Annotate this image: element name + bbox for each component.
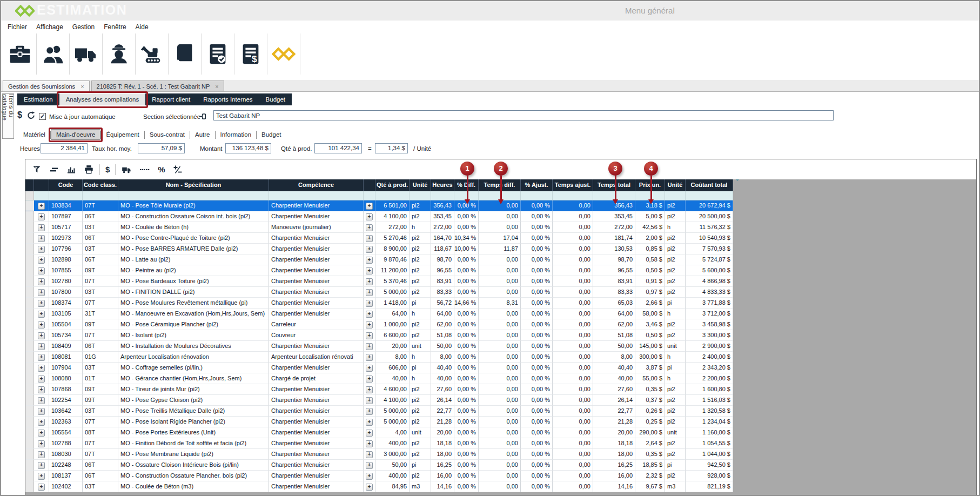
printer-icon[interactable]: [84, 164, 94, 175]
table-cell[interactable]: 0,00 %: [521, 298, 553, 309]
close-icon[interactable]: ×: [80, 83, 84, 90]
table-cell[interactable]: 03T: [83, 222, 118, 233]
table-cell[interactable]: 14,66 %: [454, 298, 479, 309]
table-cell[interactable]: 18,00: [593, 449, 635, 460]
table-cell[interactable]: pi: [410, 298, 431, 309]
submission-check-icon[interactable]: [202, 33, 234, 75]
table-row[interactable]: +10225409TMO - Pose Gypse Cloison (pi2)C…: [25, 395, 733, 406]
table-cell[interactable]: m3: [665, 481, 686, 492]
table-cell[interactable]: 0,00: [553, 200, 593, 211]
table-cell[interactable]: 58,00 $: [635, 309, 665, 319]
table-cell[interactable]: 107868: [49, 384, 83, 395]
table-cell[interactable]: +: [364, 298, 375, 309]
table-cell[interactable]: 400,00: [375, 438, 410, 449]
table-cell[interactable]: 0,00 %: [454, 417, 479, 427]
table-cell[interactable]: 0,00 %: [454, 363, 479, 373]
table-cell[interactable]: 0,00: [479, 341, 521, 352]
table-cell[interactable]: 0,00 %: [521, 363, 553, 373]
expand-row-button[interactable]: +: [38, 246, 45, 253]
table-cell[interactable]: Charpentier Menuisier: [269, 244, 364, 254]
table-cell[interactable]: pi2: [410, 211, 431, 222]
tab-mat-riel[interactable]: Matériel: [18, 129, 50, 140]
table-cell[interactable]: 0,00: [553, 417, 593, 427]
filter-cell[interactable]: [686, 191, 733, 200]
table-cell[interactable]: +: [34, 265, 49, 276]
filter-cell[interactable]: [364, 191, 375, 200]
document-tab[interactable]: 210825 T: Rév. 1 - Scé. 1 : Test Gabarit…: [91, 81, 224, 91]
table-cell[interactable]: 10 540,93 $: [686, 233, 733, 244]
expand-row-button[interactable]: +: [38, 213, 45, 220]
expand-row-button[interactable]: +: [366, 484, 373, 491]
table-cell[interactable]: +: [364, 373, 375, 384]
table-row[interactable]: +10278807TMO - Finition Débord de Toit s…: [25, 438, 733, 449]
table-cell[interactable]: +: [34, 330, 49, 341]
table-cell[interactable]: pi2: [410, 200, 431, 211]
menu-item-affichage[interactable]: Affichage: [36, 23, 63, 31]
table-cell[interactable]: +: [34, 233, 49, 244]
table-cell[interactable]: 0,00: [553, 298, 593, 309]
truck-icon[interactable]: [70, 33, 103, 75]
table-cell[interactable]: MO - Pose Céramique Plancher (pi2): [118, 319, 269, 330]
table-cell[interactable]: 40,00: [431, 373, 454, 384]
expand-row-button[interactable]: +: [366, 462, 373, 469]
table-cell[interactable]: 0,00 %: [521, 427, 553, 438]
table-cell[interactable]: h: [665, 352, 686, 363]
table-cell[interactable]: 26,14: [431, 395, 454, 406]
table-cell[interactable]: Charpentier Menuisier: [269, 298, 364, 309]
table-cell[interactable]: 06T: [83, 233, 118, 244]
table-cell[interactable]: +: [34, 406, 49, 417]
table-cell[interactable]: 07T: [83, 200, 118, 211]
table-cell[interactable]: 105717: [49, 222, 83, 233]
table-cell[interactable]: 07T: [83, 438, 118, 449]
table-cell[interactable]: 3 300,00 $: [686, 330, 733, 341]
table-cell[interactable]: 50,00: [375, 460, 410, 471]
column-header[interactable]: % Ajust.: [521, 179, 553, 191]
table-cell[interactable]: 1 600,80 $: [686, 384, 733, 395]
expand-row-button[interactable]: +: [366, 213, 373, 220]
expand-row-button[interactable]: +: [366, 278, 373, 285]
table-cell[interactable]: 0,00 %: [454, 319, 479, 330]
table-cell[interactable]: 40,40: [431, 363, 454, 373]
table-cell[interactable]: 5,00 $: [635, 211, 665, 222]
table-cell[interactable]: 0,00 %: [454, 265, 479, 276]
table-cell[interactable]: MO - Pose Bardeaux Toiture (pi2): [118, 276, 269, 287]
invoice-dollar-icon[interactable]: $: [234, 33, 267, 75]
table-cell[interactable]: Arpenteur Localisation rénovation: [118, 352, 269, 363]
table-cell[interactable]: 102402: [49, 481, 83, 492]
column-header[interactable]: [364, 179, 375, 191]
table-cell[interactable]: 0,00 %: [521, 449, 553, 460]
table-cell[interactable]: +: [34, 211, 49, 222]
filter-cell[interactable]: [269, 191, 364, 200]
table-cell[interactable]: +: [364, 449, 375, 460]
table-cell[interactable]: pi2: [410, 330, 431, 341]
table-cell[interactable]: 0,00: [553, 427, 593, 438]
table-cell[interactable]: Charpentier Menuisier: [269, 287, 364, 298]
expand-row-button[interactable]: +: [366, 419, 373, 426]
table-cell[interactable]: pi2: [410, 449, 431, 460]
table-cell[interactable]: 0,25 $: [635, 417, 665, 427]
table-cell[interactable]: 09T: [83, 265, 118, 276]
table-cell[interactable]: 26,14: [593, 395, 635, 406]
table-cell[interactable]: pi2: [410, 233, 431, 244]
expand-row-button[interactable]: +: [366, 354, 373, 361]
table-cell[interactable]: +: [364, 417, 375, 427]
table-cell[interactable]: 27,60: [431, 384, 454, 395]
table-cell[interactable]: 0,00: [553, 438, 593, 449]
table-cell[interactable]: 0,00 %: [521, 319, 553, 330]
table-row[interactable]: +10236307TMO - Pose Isolant Rigide Planc…: [25, 417, 733, 427]
table-cell[interactable]: 606,00: [375, 363, 410, 373]
table-cell[interactable]: Charpentier Menuisier: [269, 460, 364, 471]
table-cell[interactable]: 1 320,58 $: [686, 406, 733, 417]
table-cell[interactable]: 0,35 $: [635, 449, 665, 460]
table-cell[interactable]: pi2: [665, 233, 686, 244]
table-cell[interactable]: 2,66 $: [635, 298, 665, 309]
table-cell[interactable]: 821,19 $: [686, 481, 733, 492]
table-cell[interactable]: 942,50 $: [686, 460, 733, 471]
table-cell[interactable]: 105554: [49, 427, 83, 438]
table-cell[interactable]: Charpentier Menuisier: [269, 438, 364, 449]
expand-row-button[interactable]: +: [366, 430, 373, 437]
menu-item-aide[interactable]: Aide: [136, 23, 149, 31]
table-cell[interactable]: +: [364, 341, 375, 352]
table-cell[interactable]: +: [34, 309, 49, 319]
table-cell[interactable]: 2 343,20 $: [686, 363, 733, 373]
